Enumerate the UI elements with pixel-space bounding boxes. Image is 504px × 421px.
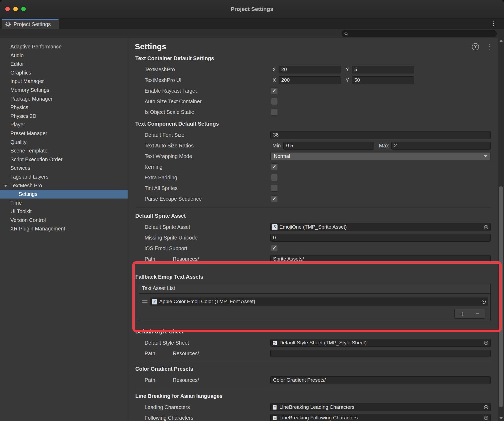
field-area: ✓ — [270, 243, 491, 254]
field-area — [270, 375, 491, 385]
tint-all-sprites-checkbox[interactable] — [271, 185, 278, 192]
text-asset-list-header: Text Asset List — [139, 283, 490, 294]
sidebar-item-package-manager[interactable]: Package Manager — [0, 94, 128, 103]
min-label: Min — [272, 143, 281, 149]
default-sprite-asset-object-field[interactable]: S EmojiOne (TMP_Sprite Asset) — [270, 223, 491, 231]
fallback-font-asset-object-field[interactable]: F Apple Color Emoji Color (TMP_Font Asse… — [150, 298, 488, 306]
row-extra-padding: Extra Padding — [135, 172, 491, 183]
settings-kebab-icon[interactable]: ⋮ — [485, 43, 495, 51]
field-area — [270, 254, 491, 264]
help-icon[interactable]: ? — [472, 43, 479, 50]
font-asset-icon: F — [152, 299, 157, 304]
sidebar-item-physics-2d[interactable]: Physics 2D — [0, 112, 128, 121]
search-input[interactable] — [349, 30, 496, 37]
checkmark-icon: ✓ — [272, 245, 277, 251]
enable-raycast-target-checkbox[interactable]: ✓ — [271, 87, 278, 94]
vertical-scrollbar[interactable] — [498, 38, 504, 421]
sidebar-item-quality[interactable]: Quality — [0, 138, 128, 147]
scroll-up-arrow-icon[interactable] — [499, 40, 503, 42]
kerning-checkbox[interactable]: ✓ — [271, 163, 278, 170]
remove-item-button[interactable]: − — [470, 309, 485, 318]
sprite-path-input[interactable] — [270, 255, 491, 263]
sidebar-item-physics[interactable]: Physics — [0, 103, 128, 112]
auto-size-max-input[interactable] — [391, 142, 491, 150]
sidebar-item-script-execution-order[interactable]: Script Execution Order — [0, 155, 128, 164]
ios-emoji-support-checkbox[interactable]: ✓ — [271, 245, 278, 252]
field-label: TextMeshPro UI — [135, 77, 270, 83]
text-wrapping-mode-select[interactable]: Normal — [270, 152, 491, 160]
row-is-object-scale-static: Is Object Scale Static — [135, 107, 491, 117]
search-box[interactable] — [342, 30, 497, 37]
row-enable-raycast-target: Enable Raycast Target ✓ — [135, 85, 491, 96]
textmeshpro-ui-y-input[interactable] — [352, 76, 414, 84]
field-label: Enable Raycast Target — [135, 88, 270, 94]
row-text-auto-size-ratios: Text Auto Size Ratios Min Max — [135, 140, 491, 151]
style-sheet-path-input[interactable] — [270, 350, 491, 357]
object-picker-icon[interactable] — [483, 405, 489, 410]
object-picker-icon[interactable] — [481, 299, 486, 304]
following-characters-object-field[interactable]: LineBreaking Following Characters — [270, 414, 491, 421]
tab-project-settings[interactable]: Project Settings — [2, 19, 59, 29]
foldout-expanded-icon[interactable] — [4, 185, 7, 187]
sidebar: Adaptive Performance Audio Editor Graphi… — [0, 38, 128, 421]
sidebar-item-label: TextMesh Pro — [10, 183, 42, 188]
field-area: LineBreaking Following Characters — [270, 412, 491, 421]
gradient-path-input[interactable] — [270, 376, 491, 384]
leading-characters-object-field[interactable]: LineBreaking Leading Characters — [270, 403, 491, 411]
textmeshpro-y-input[interactable] — [352, 66, 414, 73]
sidebar-item-textmesh-pro[interactable]: TextMesh Pro — [0, 181, 128, 190]
field-area: X Y — [270, 64, 491, 75]
fullscreen-window-button[interactable] — [21, 7, 26, 11]
sidebar-item-preset-manager[interactable]: Preset Manager — [0, 129, 128, 138]
chevron-down-icon — [484, 155, 487, 157]
drag-handle-icon[interactable] — [142, 300, 148, 303]
sidebar-item-input-manager[interactable]: Input Manager — [0, 77, 128, 86]
field-area: S EmojiOne (TMP_Sprite Asset) — [270, 222, 491, 232]
object-picker-icon[interactable] — [483, 340, 489, 346]
sidebar-item-tags-and-layers[interactable]: Tags and Layers — [0, 172, 128, 181]
checkmark-icon: ✓ — [272, 164, 277, 169]
extra-padding-checkbox[interactable] — [271, 174, 278, 181]
object-field-value: EmojiOne (TMP_Sprite Asset) — [279, 224, 347, 230]
sidebar-item-adaptive-performance[interactable]: Adaptive Performance — [0, 42, 128, 51]
field-label: Following Characters — [135, 415, 270, 421]
missing-sprite-unicode-input[interactable] — [270, 234, 491, 242]
object-picker-icon[interactable] — [483, 415, 489, 421]
tab-label: Project Settings — [14, 21, 51, 27]
textmeshpro-x-input[interactable] — [279, 66, 341, 73]
sidebar-item-ui-toolkit[interactable]: UI Toolkit — [0, 207, 128, 216]
default-style-sheet-object-field[interactable]: Default Style Sheet (TMP_Style Sheet) — [270, 339, 491, 347]
parse-escape-sequence-checkbox[interactable]: ✓ — [271, 195, 278, 202]
object-picker-icon[interactable] — [483, 224, 489, 230]
sidebar-item-memory-settings[interactable]: Memory Settings — [0, 86, 128, 94]
scroll-down-arrow-icon[interactable] — [499, 417, 503, 419]
add-item-button[interactable]: + — [455, 309, 470, 318]
sidebar-item-scene-template[interactable]: Scene Template — [0, 146, 128, 155]
sidebar-item-graphics[interactable]: Graphics — [0, 68, 128, 77]
selected-option: Normal — [274, 153, 290, 159]
field-label: Path: Resources/ — [135, 377, 270, 383]
sidebar-item-settings[interactable]: Settings — [0, 190, 128, 199]
auto-size-min-input[interactable] — [283, 142, 374, 150]
is-object-scale-static-checkbox[interactable] — [271, 109, 278, 115]
close-window-button[interactable] — [5, 7, 10, 11]
sidebar-item-player[interactable]: Player — [0, 120, 128, 129]
tab-menu-kebab-icon[interactable]: ⋮ — [488, 19, 500, 27]
sidebar-item-audio[interactable]: Audio — [0, 51, 128, 60]
scrollbar-thumb[interactable] — [499, 186, 503, 407]
sidebar-item-version-control[interactable]: Version Control — [0, 216, 128, 225]
default-font-size-input[interactable] — [270, 131, 491, 139]
textmeshpro-ui-x-input[interactable] — [279, 76, 341, 84]
sidebar-item-time[interactable]: Time — [0, 199, 128, 207]
section-color-gradient-presets: Color Gradient Presets Path: Resources/ — [135, 361, 491, 385]
section-heading: Color Gradient Presets — [135, 363, 491, 375]
sidebar-item-editor[interactable]: Editor — [0, 60, 128, 68]
row-leading-characters: Leading Characters — [135, 402, 491, 412]
minimize-window-button[interactable] — [13, 7, 18, 11]
field-area: ✓ — [270, 162, 491, 172]
sidebar-item-services[interactable]: Services — [0, 164, 128, 172]
sidebar-item-xr-plugin-management[interactable]: XR Plugin Management — [0, 224, 128, 233]
field-area — [270, 172, 491, 183]
field-area: LineBreaking Leading Characters — [270, 402, 491, 412]
auto-size-text-container-checkbox[interactable] — [271, 98, 278, 105]
